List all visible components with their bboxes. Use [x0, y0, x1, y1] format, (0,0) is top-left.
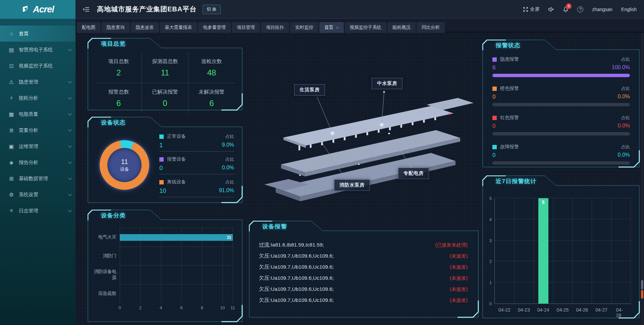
panel-title: 设备分类: [101, 211, 126, 220]
tab-video-subsystem[interactable]: 视频监控子系统: [345, 22, 387, 33]
alarm-status-badge: (未派发): [450, 297, 468, 304]
hazard-icon: ⚠: [7, 79, 15, 85]
alarm-status-hazard: 隐患报警 占比 6 100.0%: [492, 56, 630, 77]
alarm-row[interactable]: 过流:Ia81.6,Ib81.59,Ic81.59; (已派发未处理): [259, 239, 468, 251]
mute-button[interactable]: [548, 7, 554, 12]
chevron-down-icon: [68, 160, 72, 164]
sidebar-item-label: 首页: [19, 31, 29, 37]
chevron-down-icon: [68, 192, 72, 196]
stat-alarm-total: 报警总数 6: [96, 83, 142, 114]
chevron-down-icon: [68, 79, 72, 83]
device-status-donut-chart: 11 设备: [94, 132, 155, 198]
panel-title: 项目总览: [101, 39, 126, 49]
alarm-status-fault: 故障报警 占比 0 0.0%: [492, 144, 630, 165]
tab-electric-params[interactable]: 电参量管理: [198, 22, 231, 33]
tab-peidiantu[interactable]: 配电图: [77, 22, 101, 33]
legend-offline-devices: 离线设备 占比 10 91.0%: [159, 179, 234, 197]
building-3d-view[interactable]: 生活泵房 中水泵房 专配电房 消防水泵房: [248, 33, 480, 221]
tab-max-demand-report[interactable]: 最大需量报表: [160, 22, 197, 33]
tab-hazard-dispatch[interactable]: 隐患派发: [131, 22, 159, 33]
notifications-button[interactable]: 0: [563, 6, 569, 12]
alarm-row[interactable]: 欠压:Ua109.7,Ub109.6,Uc109.6; (未派发): [259, 273, 468, 284]
report-icon: ◈: [7, 159, 15, 166]
chevron-down-icon: [68, 96, 72, 99]
donut-center-label: 设备: [120, 166, 129, 172]
chevron-down-icon: [68, 112, 72, 115]
sidebar-item-label: 电能质量: [19, 111, 38, 117]
close-tab-icon[interactable]: ×: [336, 25, 339, 30]
tab-project-topology[interactable]: 项目拓扑: [261, 22, 289, 33]
tab-hazard-query[interactable]: 隐患查询: [102, 22, 130, 33]
scrollbar-thumb[interactable]: [641, 280, 643, 289]
home-icon: ⌂: [7, 31, 15, 37]
chevron-down-icon: [68, 47, 72, 51]
chevron-down-icon: [68, 208, 72, 212]
device-status-legend: 正常设备 占比 1 9.0% 报警设备: [155, 132, 234, 198]
scene-label-fire-pump-room[interactable]: 消防水泵房: [334, 179, 370, 191]
tab-yoy-analysis[interactable]: 同比分析: [417, 22, 445, 33]
stat-alarm-resolved: 已解决报警 0: [142, 83, 188, 114]
building-3d-render: [248, 33, 480, 221]
tab-project-mgmt[interactable]: 项目管理: [232, 22, 260, 33]
eba-dashboard: Acrel ⌂ 首页 ▤ 智慧用电子系统 ⊡ 视频监控子系统 ⚠ 隐患管理: [0, 0, 644, 325]
scene-label-dedicated-power-room[interactable]: 专配电房: [398, 168, 429, 179]
sidebar-item-settings[interactable]: ⚙ 系统设置: [0, 186, 75, 203]
sidebar-item-demand[interactable]: ≣ 需量分析: [0, 122, 75, 138]
panel-alarm-status: 报警状态 隐患报警 占比 6 100.0%: [482, 40, 640, 168]
sidebar-item-video-monitor[interactable]: ⊡ 视频监控子系统: [0, 58, 75, 74]
scene-label-life-pump-room[interactable]: 生活泵房: [294, 84, 325, 96]
logo-text: Acrel: [33, 4, 54, 15]
category-label: 消防设备电源: [91, 265, 120, 284]
page-scrollbar[interactable]: [641, 33, 644, 325]
alarm-row[interactable]: 欠压:Ua109.7,Ub109.6,Uc109.6; (未派发): [259, 295, 468, 306]
user-menu[interactable]: zhangsan: [592, 7, 612, 12]
fullscreen-button[interactable]: 全屏: [523, 6, 539, 12]
sidebar-item-logs[interactable]: ≡ 日志管理: [0, 203, 75, 219]
alarm-row[interactable]: 欠压:Ua109.7,Ub109.6,Uc109.6; (未派发): [259, 284, 468, 295]
sidebar-item-base-data[interactable]: ⊞ 基础数据管理: [0, 170, 75, 186]
legend-swatch: [492, 145, 497, 149]
video-monitor-icon: ⊡: [7, 63, 15, 69]
legend-swatch: [159, 157, 164, 162]
sidebar-item-energy[interactable]: ⚡ 能耗分析: [0, 90, 75, 106]
sidebar-item-smart-electric[interactable]: ▤ 智慧用电子系统: [0, 42, 75, 58]
sidebar: Acrel ⌂ 首页 ▤ 智慧用电子系统 ⊡ 视频监控子系统 ⚠ 隐患管理: [0, 0, 75, 325]
progress-bar: [492, 74, 630, 77]
language-switch[interactable]: English: [621, 7, 637, 12]
sidebar-item-ops[interactable]: ▣ 运维管理: [0, 138, 75, 154]
sidebar-item-report[interactable]: ◈ 报告分析: [0, 154, 75, 170]
tab-home-active[interactable]: 首页 ×: [319, 22, 344, 33]
sidebar-item-power-quality[interactable]: ▦ 电能质量: [0, 106, 75, 122]
project-stats-grid: 项目总数 2 探测器总数 11 巡检次数 48 报警总数 6: [96, 53, 235, 113]
alarm-status-badge: (未派发): [450, 275, 468, 281]
sidebar-item-label: 能耗分析: [19, 95, 38, 101]
chevron-down-icon: [68, 144, 72, 148]
tab-energy-overview[interactable]: 能耗概况: [387, 22, 416, 33]
sidebar-item-hazard[interactable]: ⚠ 隐患管理: [0, 74, 75, 90]
notification-badge: 0: [566, 3, 572, 9]
alarm-row[interactable]: 欠压:Ua109.7,Ub109.6,Uc109.6; (未派发): [259, 251, 468, 262]
panel-title: 设备报警: [262, 222, 287, 231]
panel-device-status: 设备状态 11 设备: [88, 117, 243, 203]
alarm-status-badge: (未派发): [450, 264, 468, 270]
alarm-row[interactable]: 欠压:Ua109.7,Ub109.6,Uc109.6; (未派发): [259, 262, 468, 273]
x-axis-ticks: 024681011: [120, 303, 233, 312]
help-button[interactable]: ?: [577, 6, 583, 12]
legend-alarm-devices: 报警设备 占比 0 0.0%: [159, 156, 234, 174]
alarm-status-list: 隐患报警 占比 6 100.0% 橙色报警 占比: [482, 52, 640, 165]
stat-project-count: 项目总数 2: [96, 53, 142, 83]
stat-inspection-count: 巡检次数 48: [189, 53, 235, 83]
sidebar-item-label: 基础数据管理: [19, 175, 48, 182]
sidebar-item-home[interactable]: ⌂ 首页: [0, 25, 75, 42]
help-icon: ?: [577, 6, 583, 12]
stat-alarm-unresolved: 未解决报警 6: [189, 83, 235, 114]
device-category-bar-chart: 电气火灾 消防门 消防设备电源 应急疏散 11 024681011: [88, 222, 243, 312]
panel-project-overview: 项目总览 项目总数 2 探测器总数 11 巡检次数 48: [88, 38, 243, 111]
topbar-actions: 全屏 0 ? zhangsan English: [523, 6, 637, 12]
sidebar-item-label: 日志管理: [19, 208, 38, 214]
tab-realtime-monitor[interactable]: 实时监控: [290, 22, 318, 33]
menu-fold-icon[interactable]: [83, 7, 90, 12]
energy-icon: ⚡: [7, 95, 15, 101]
scene-label-reclaimed-water-pump-room[interactable]: 中水泵房: [372, 78, 402, 89]
switch-project-button[interactable]: 切 换: [203, 5, 221, 14]
